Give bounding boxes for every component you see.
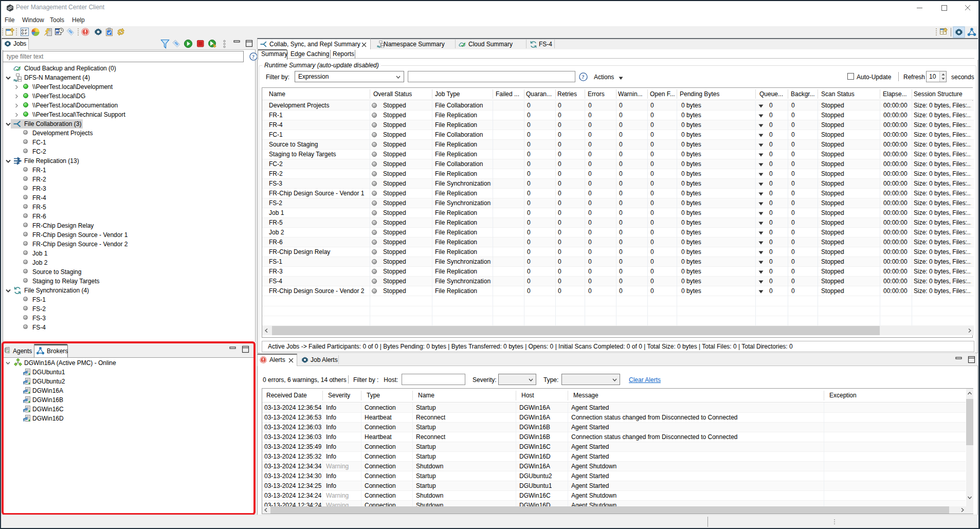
- svg-text:12: 12: [57, 31, 60, 34]
- svg-text:?: ?: [582, 74, 584, 80]
- svg-text:?: ?: [252, 54, 255, 60]
